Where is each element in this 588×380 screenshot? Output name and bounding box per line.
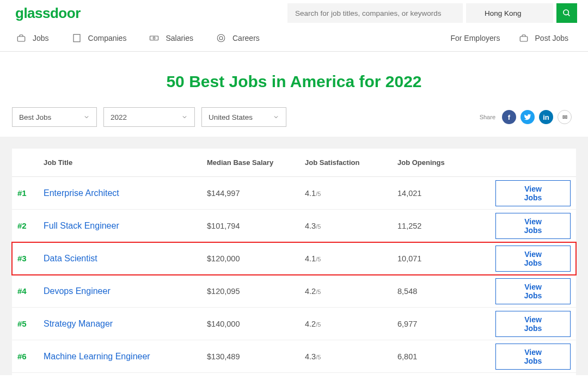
page-title: 50 Best Jobs in America for 2022 (0, 52, 588, 107)
dropdown-type-label: Best Jobs (19, 113, 83, 121)
rank: #2 (17, 221, 44, 230)
view-jobs-button[interactable]: View Jobs (495, 213, 571, 239)
table-row: #5Strategy Manager$140,0004.2/56,977View… (12, 308, 576, 340)
share-linkedin-icon[interactable]: in (539, 110, 553, 124)
nav-jobs[interactable]: Jobs (15, 33, 49, 43)
svg-point-12 (219, 36, 223, 40)
table-row: #4Devops Engineer$120,0954.2/58,548View … (12, 275, 576, 308)
share-twitter-icon[interactable] (520, 110, 535, 124)
satisfaction-cell: 4.3/5 (305, 222, 397, 230)
target-icon (215, 33, 227, 43)
job-title-link[interactable]: Full Stack Engineer (44, 221, 207, 231)
th-salary: Median Base Salary (207, 158, 305, 167)
nav-companies[interactable]: Companies (71, 33, 127, 43)
rank: #6 (17, 352, 44, 361)
satisfaction-cell: 4.2/5 (305, 320, 397, 328)
rank: #4 (17, 286, 44, 296)
svg-point-10 (154, 37, 156, 39)
dropdown-country-label: United States (209, 113, 273, 121)
nav-salaries-label: Salaries (166, 34, 193, 42)
view-jobs-button[interactable]: View Jobs (495, 246, 571, 272)
satisfaction-cell: 4.2/5 (305, 287, 397, 296)
nav-careers-label: Careers (232, 34, 260, 42)
satisfaction-cell: 4.1/5 (305, 254, 397, 263)
svg-rect-4 (74, 34, 80, 42)
svg-line-2 (568, 14, 569, 16)
search-button[interactable] (556, 3, 577, 23)
dropdown-country[interactable]: United States (201, 107, 286, 127)
svg-point-1 (564, 10, 568, 15)
share-email-icon[interactable]: ✉ (558, 110, 572, 124)
th-openings: Job Openings (397, 158, 495, 167)
job-title-link[interactable]: Data Scientist (44, 254, 207, 263)
salary-cell: $130,489 (207, 352, 305, 361)
salary-cell: $120,000 (207, 254, 305, 263)
chevron-down-icon (83, 114, 90, 120)
view-jobs-button[interactable]: View Jobs (495, 344, 571, 370)
th-satisfaction: Job Satisfaction (305, 158, 397, 167)
openings-cell: 10,071 (397, 254, 495, 263)
openings-cell: 6,977 (397, 320, 495, 328)
openings-cell: 8,548 (397, 287, 495, 296)
satisfaction-cell: 4.1/5 (305, 189, 397, 198)
share-bar: Share f in ✉ (480, 110, 576, 124)
header: glassdoor (0, 0, 588, 25)
nav-right: For Employers Post Jobs (450, 33, 573, 43)
svg-rect-3 (17, 36, 25, 41)
chevron-down-icon (181, 114, 188, 120)
nav-salaries[interactable]: Salaries (148, 33, 193, 43)
rank: #3 (17, 254, 44, 263)
share-label: Share (480, 114, 495, 120)
job-title-link[interactable]: Strategy Manager (44, 319, 207, 329)
nav-for-employers[interactable]: For Employers (450, 34, 500, 42)
nav-jobs-label: Jobs (33, 34, 49, 42)
table-row: #3Data Scientist$120,0004.1/510,071View … (12, 242, 576, 275)
chevron-down-icon (273, 114, 279, 120)
building-icon (71, 33, 83, 43)
nav-post-jobs-label: Post Jobs (535, 34, 568, 42)
job-title-link[interactable]: Enterprise Architect (44, 188, 207, 198)
nav-companies-label: Companies (88, 34, 127, 42)
svg-point-11 (217, 34, 225, 42)
rank: #1 (17, 188, 44, 198)
salary-cell: $140,000 (207, 320, 305, 328)
table-area: Job Title Median Base Salary Job Satisfa… (0, 137, 588, 375)
view-jobs-button[interactable]: View Jobs (495, 278, 571, 304)
job-title-link[interactable]: Devops Engineer (44, 286, 207, 296)
openings-cell: 6,801 (397, 352, 495, 361)
job-title-link[interactable]: Machine Learning Engineer (44, 352, 207, 361)
openings-cell: 14,021 (397, 189, 495, 198)
money-icon (148, 33, 160, 43)
filter-row: Best Jobs 2022 United States Share f in … (0, 107, 588, 137)
svg-rect-13 (520, 36, 528, 41)
search-icon (562, 9, 571, 17)
table-row: #6Machine Learning Engineer$130,4894.3/5… (12, 340, 576, 373)
table-row: #2Full Stack Engineer$101,7944.3/511,252… (12, 210, 576, 242)
share-facebook-icon[interactable]: f (502, 110, 516, 124)
th-job-title: Job Title (44, 158, 207, 167)
nav-post-jobs[interactable]: Post Jobs (518, 33, 568, 43)
nav-for-employers-label: For Employers (450, 34, 500, 42)
openings-cell: 11,252 (397, 222, 495, 230)
dropdown-year-label: 2022 (111, 113, 181, 121)
satisfaction-cell: 4.3/5 (305, 352, 397, 361)
logo[interactable]: glassdoor (15, 5, 81, 22)
view-jobs-button[interactable]: View Jobs (495, 311, 571, 337)
table-row: #1Enterprise Architect$144,9974.1/514,02… (12, 177, 576, 210)
nav-careers[interactable]: Careers (215, 33, 260, 43)
dropdown-year[interactable]: 2022 (103, 107, 195, 127)
location-input[interactable] (466, 3, 553, 23)
rank: #5 (17, 319, 44, 328)
salary-cell: $101,794 (207, 222, 305, 230)
svg-rect-9 (150, 36, 158, 40)
jobs-table: Job Title Median Base Salary Job Satisfa… (12, 149, 576, 375)
briefcase-icon (15, 33, 27, 43)
briefcase-icon (518, 33, 530, 43)
table-header: Job Title Median Base Salary Job Satisfa… (12, 149, 576, 177)
view-jobs-button[interactable]: View Jobs (495, 180, 571, 206)
main-nav: Jobs Companies Salaries Careers For Empl… (0, 25, 588, 52)
dropdown-type[interactable]: Best Jobs (12, 107, 97, 127)
search-input[interactable] (287, 3, 463, 23)
salary-cell: $144,997 (207, 189, 305, 198)
search-bar (287, 3, 577, 23)
